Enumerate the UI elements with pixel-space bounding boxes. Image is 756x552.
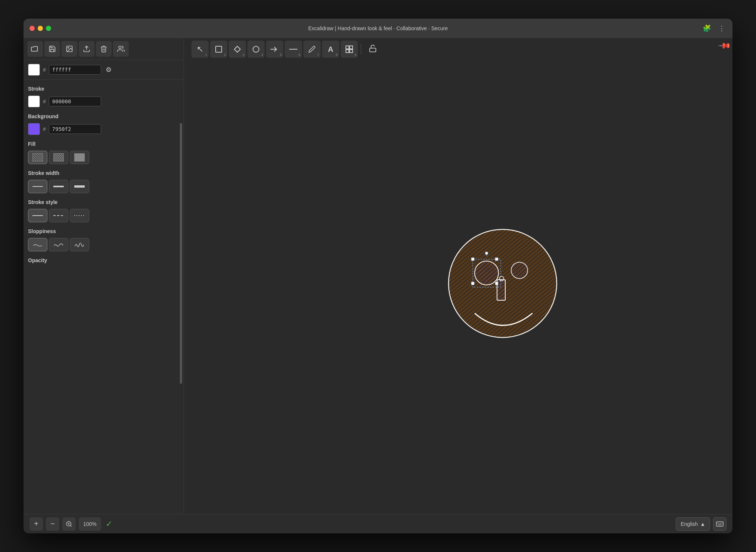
svg-rect-19 xyxy=(471,258,474,261)
svg-rect-10 xyxy=(350,46,353,49)
zoom-percentage: 100% xyxy=(83,521,97,527)
arrow-tool[interactable]: 5 xyxy=(266,41,283,58)
stroke-swatch[interactable] xyxy=(28,95,40,107)
background-swatch[interactable] xyxy=(28,123,40,135)
stroke-thin-icon xyxy=(32,186,43,187)
fill-cross-hatch-button[interactable] xyxy=(49,151,68,164)
background-color-row: # xyxy=(28,123,179,135)
fill-solid-icon xyxy=(74,153,85,161)
stroke-width-section: Stroke width xyxy=(28,170,179,193)
stroke-section: Stroke # xyxy=(28,86,179,107)
sloppiness-options xyxy=(28,238,179,251)
maximize-button[interactable] xyxy=(46,26,51,31)
titlebar: Excalidraw | Hand-drawn look & feel · Co… xyxy=(24,19,732,38)
canvas-color-swatch[interactable] xyxy=(28,64,40,76)
background-color-input[interactable] xyxy=(49,124,101,134)
svg-rect-13 xyxy=(370,48,376,52)
fill-solid-button[interactable] xyxy=(70,151,89,164)
main-area: # ⚙ Stroke # xyxy=(24,38,732,514)
fill-hatch-button[interactable] xyxy=(28,151,47,164)
pencil-tool-num: 7 xyxy=(317,53,319,57)
pencil-tool[interactable]: 7 xyxy=(303,41,321,58)
keyboard-shortcuts-button[interactable] xyxy=(713,517,727,531)
stroke-width-label: Stroke width xyxy=(28,170,179,176)
stroke-solid-icon xyxy=(32,215,43,216)
slop-artist-button[interactable] xyxy=(49,238,68,251)
zoom-out-button[interactable]: − xyxy=(46,517,59,531)
stroke-dotted-icon xyxy=(74,215,85,216)
color-bar-section: # ⚙ xyxy=(24,60,184,80)
canvas-color-input[interactable] xyxy=(49,65,101,75)
left-panel: # ⚙ Stroke # xyxy=(24,38,184,514)
stroke-dashed-button[interactable] xyxy=(49,209,68,222)
canvas-drawing xyxy=(439,214,566,343)
line-tool[interactable]: 6 xyxy=(285,41,302,58)
svg-point-25 xyxy=(475,261,499,285)
stroke-thick-button[interactable] xyxy=(70,180,89,193)
stroke-dotted-button[interactable] xyxy=(70,209,89,222)
ellipse-tool[interactable]: 4 xyxy=(247,41,265,58)
menu-button[interactable]: ⋮ xyxy=(717,23,727,34)
stroke-solid-button[interactable] xyxy=(28,209,47,222)
text-tool-num: 8 xyxy=(336,53,338,57)
close-button[interactable] xyxy=(29,26,35,31)
svg-rect-9 xyxy=(346,46,349,49)
stroke-hash: # xyxy=(43,98,46,104)
bottom-right: English ▲ xyxy=(676,517,727,531)
background-section: Background # xyxy=(28,113,179,135)
app-window: Excalidraw | Hand-drawn look & feel · Co… xyxy=(24,19,732,533)
stroke-width-options xyxy=(28,180,179,193)
canvas-color-row: # ⚙ xyxy=(28,64,179,76)
language-chevron-icon: ▲ xyxy=(700,521,705,527)
slop-architect-button[interactable] xyxy=(28,238,47,251)
export-image-button[interactable] xyxy=(62,41,77,57)
sloppiness-section: Sloppiness xyxy=(28,228,179,251)
extensions-button[interactable]: 🧩 xyxy=(701,23,712,34)
zoom-fit-button[interactable] xyxy=(62,517,76,531)
stroke-label: Stroke xyxy=(28,86,179,92)
image-tool[interactable]: 9 xyxy=(341,41,358,58)
export-button[interactable] xyxy=(79,41,94,57)
canvas-area[interactable]: ↖ 1 2 3 xyxy=(184,38,732,514)
line-tool-num: 6 xyxy=(299,53,300,57)
stroke-medium-button[interactable] xyxy=(49,180,68,193)
lock-tool[interactable] xyxy=(364,41,381,58)
language-selector[interactable]: English ▲ xyxy=(676,517,710,531)
text-tool[interactable]: A 8 xyxy=(322,41,339,58)
status-icon: ✓ xyxy=(106,519,112,529)
svg-rect-33 xyxy=(716,522,723,526)
svg-point-1 xyxy=(68,47,69,48)
svg-marker-5 xyxy=(234,46,240,52)
select-tool[interactable]: ↖ 1 xyxy=(191,41,209,58)
diamond-tool[interactable]: 3 xyxy=(229,41,246,58)
stroke-color-row: # xyxy=(28,95,179,107)
arrow-tool-num: 5 xyxy=(280,53,282,57)
svg-rect-20 xyxy=(495,258,498,261)
stroke-style-options xyxy=(28,209,179,222)
stroke-thick-icon xyxy=(74,185,85,188)
rectangle-tool[interactable]: 2 xyxy=(210,41,227,58)
stroke-thin-button[interactable] xyxy=(28,180,47,193)
svg-point-6 xyxy=(253,46,259,52)
minimize-button[interactable] xyxy=(38,26,43,31)
bottom-bar: + − 100% ✓ English ▲ xyxy=(24,514,732,533)
opacity-label: Opacity xyxy=(28,257,179,263)
rectangle-tool-num: 2 xyxy=(224,53,226,57)
clear-button[interactable] xyxy=(96,41,112,57)
stroke-color-input[interactable] xyxy=(49,97,101,106)
scrollbar-indicator[interactable] xyxy=(180,123,182,383)
zoom-in-button[interactable]: + xyxy=(29,517,43,531)
select-tool-num: 1 xyxy=(205,53,207,57)
background-hash: # xyxy=(43,126,46,132)
toolbar-divider xyxy=(361,44,361,55)
svg-line-30 xyxy=(70,525,71,526)
fill-cross-hatch-icon xyxy=(53,153,64,161)
save-button[interactable] xyxy=(44,41,60,57)
file-toolbar xyxy=(24,38,184,60)
slop-cartoonist-button[interactable] xyxy=(70,238,89,251)
open-folder-button[interactable] xyxy=(27,41,43,57)
svg-rect-11 xyxy=(346,50,349,53)
share-button[interactable] xyxy=(113,41,129,57)
color-settings-icon[interactable]: ⚙ xyxy=(106,66,112,74)
zoom-value-button[interactable]: 100% xyxy=(79,517,101,531)
